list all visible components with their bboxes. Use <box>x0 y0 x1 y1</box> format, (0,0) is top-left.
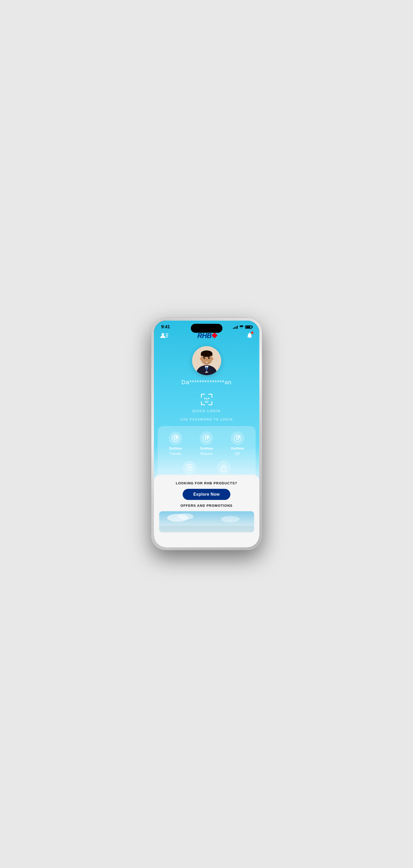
duitnow-transfer-label-main: DuitNow <box>169 447 182 451</box>
svg-rect-40 <box>159 526 254 532</box>
phone-inner: 9:41 <box>154 321 259 547</box>
status-icons <box>233 326 252 329</box>
svg-point-17 <box>206 360 207 361</box>
use-password-button[interactable]: USE PASSWORD TO LOGIN <box>180 417 233 421</box>
wifi-icon <box>239 326 244 329</box>
duitnow-qr-icon: D <box>231 431 244 445</box>
svg-point-18 <box>200 358 202 360</box>
signal-icon <box>233 326 238 329</box>
products-title: LOOKING FOR RHB PRODUCTS? <box>159 481 254 485</box>
status-time: 9:41 <box>161 324 170 330</box>
phone-frame: 9:41 <box>151 318 262 550</box>
explore-now-button[interactable]: Explore Now <box>183 489 230 500</box>
face-id-section: QUICK LOGIN USE PASSWORD TO LOGIN <box>154 392 259 421</box>
avatar-image <box>192 346 221 375</box>
svg-rect-12 <box>201 353 213 356</box>
promotions-image-inner <box>159 511 254 532</box>
notification-badge <box>251 332 254 334</box>
svg-text:D: D <box>205 435 208 441</box>
menu-button[interactable] <box>160 332 168 340</box>
svg-point-21 <box>208 398 209 399</box>
battery-icon <box>245 326 252 329</box>
svg-point-14 <box>208 357 210 359</box>
quick-login-label: QUICK LOGIN <box>192 409 221 413</box>
svg-text:D: D <box>235 435 239 441</box>
duitnow-qr-button[interactable]: D DuitNow QR <box>227 431 248 456</box>
notification-bell-button[interactable] <box>246 332 253 340</box>
duitnow-request-label-sub: Request <box>200 452 213 456</box>
duitnow-qr-label-sub: QR <box>235 452 240 456</box>
bottom-section: LOOKING FOR RHB PRODUCTS? Explore Now OF… <box>154 475 259 547</box>
svg-point-16 <box>209 358 210 358</box>
duitnow-qr-label-main: DuitNow <box>231 447 244 451</box>
duitnow-request-label-main: DuitNow <box>200 447 213 451</box>
svg-point-13 <box>203 357 205 359</box>
promotions-image <box>159 511 254 532</box>
user-name: Da**************an <box>181 379 231 386</box>
face-id-icon[interactable] <box>199 392 214 407</box>
avatar-section: Da**************an <box>154 344 259 390</box>
rhb-diamond <box>212 332 218 338</box>
quick-actions-row-1: D DuitNow Transfer <box>160 431 253 456</box>
duitnow-transfer-button[interactable]: D DuitNow Transfer <box>165 431 186 456</box>
svg-point-0 <box>162 333 164 336</box>
svg-point-25 <box>176 436 178 437</box>
svg-point-43 <box>221 516 240 522</box>
screen: 9:41 <box>154 321 259 547</box>
rhb-logo: RHB <box>197 332 217 340</box>
lock-account-icon: 8 <box>217 461 231 474</box>
svg-point-42 <box>178 514 193 520</box>
duitnow-request-icon: D <box>199 431 213 445</box>
rhb-logo-text: RHB <box>197 332 211 340</box>
svg-point-20 <box>204 398 205 399</box>
secure-plus-icon <box>183 461 196 474</box>
svg-point-15 <box>204 358 205 358</box>
duitnow-transfer-icon: D <box>169 431 182 445</box>
duitnow-transfer-label-sub: Transfer <box>170 452 181 456</box>
dynamic-island <box>191 324 222 333</box>
promotions-title: OFFERS AND PROMOTIONS <box>159 504 254 507</box>
menu-icon <box>160 332 168 339</box>
avatar <box>192 346 221 375</box>
svg-point-19 <box>211 358 213 360</box>
duitnow-request-button[interactable]: D DuitNow Request <box>196 431 217 456</box>
